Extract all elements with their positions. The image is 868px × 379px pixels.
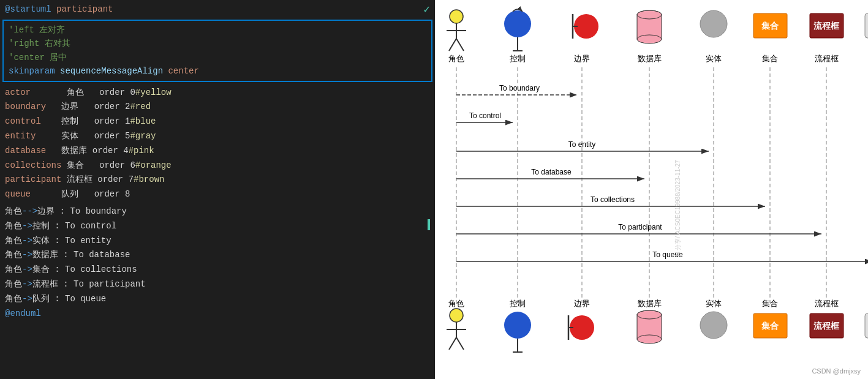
startuml-keyword: @startuml participant (5, 4, 113, 14)
control-top (504, 9, 531, 51)
svg-line-27 (449, 337, 456, 350)
svg-rect-20 (865, 13, 868, 38)
svg-line-4 (456, 39, 464, 51)
collections-bottom: 集合 (753, 313, 787, 338)
svg-line-28 (456, 337, 464, 350)
decl-entity: entity 实体 order 5 #gray (5, 129, 430, 144)
skinparam-line: skinparam sequenceMessageAlign center (9, 64, 426, 78)
decl-control: control 控制 order 1 #blue (5, 114, 430, 129)
database-label-bottom: 数据库 (638, 299, 662, 308)
svg-point-0 (450, 10, 463, 23)
svg-point-29 (504, 312, 531, 339)
msg-boundary: 角色 --> 边界 : To boundary (5, 205, 430, 219)
entity-label-bottom: 实体 (706, 299, 722, 308)
svg-point-37 (637, 335, 662, 343)
watermark: CSDN @dmjxsy (812, 367, 861, 375)
boundary-top (573, 14, 598, 39)
boundary-label-bottom: 边界 (574, 299, 590, 308)
control-label-top: 控制 (510, 54, 526, 63)
svg-text:流程框: 流程框 (813, 21, 840, 31)
msg-collections: 角色 -> 集合 : To collections (5, 263, 430, 277)
actor-top (447, 10, 466, 51)
comment-line-3: 'center 居中 (9, 51, 426, 64)
declarations-area: actor 角色 order 0 #yellow boundary 边界 ord… (0, 83, 435, 205)
svg-point-39 (700, 312, 727, 339)
svg-text:集合: 集合 (761, 21, 779, 31)
participant-label-bottom: 流程框 (815, 299, 839, 308)
label-entity: To entity (568, 140, 596, 149)
svg-line-3 (449, 39, 456, 51)
msg-entity: 角色 -> 实体 : To entity (5, 234, 430, 249)
decl-participant: participant 流程框 order 7 #brown (5, 173, 430, 187)
svg-point-5 (504, 10, 531, 37)
collections-top: 集合 (753, 13, 787, 38)
svg-point-38 (637, 310, 662, 319)
actor-bottom (447, 309, 466, 350)
check-icon: ✓ (423, 2, 430, 16)
comment-line-2: 'right 右对其 (9, 37, 426, 50)
svg-text:流程框: 流程框 (813, 321, 840, 331)
boundary-bottom (568, 315, 594, 340)
svg-text:集合: 集合 (761, 321, 779, 331)
msg-control: 角色 -> 控制 : To control (5, 219, 430, 234)
messages-area: 角色 --> 边界 : To boundary 角色 -> 控制 : To co… (0, 205, 435, 323)
sequence-diagram: 角色 控制 边界 数据库 实体 (435, 0, 868, 379)
participant-top: 流程框 (810, 13, 843, 38)
msg-queue: 角色 -> 队列 : To queue (5, 292, 430, 307)
boundary-label-top: 边界 (574, 54, 590, 63)
diagram-svg: 角色 控制 边界 数据库 实体 (435, 0, 868, 379)
participant-bottom: 流程框 (810, 313, 843, 338)
label-boundary: To boundary (499, 84, 540, 92)
editor-header: @startuml participant ✓ (0, 0, 435, 18)
msg-database: 角色 -> 数据库 : To database (5, 248, 430, 263)
label-participant: To participant (618, 223, 662, 231)
comment-line-1: 'left 左对齐 (9, 23, 426, 37)
collections-label-top: 集合 (762, 54, 778, 63)
queue-bottom: 队列 (865, 313, 868, 338)
entity-top (700, 10, 727, 37)
actor-label-top: 角色 (448, 54, 464, 63)
label-database: To database (531, 168, 572, 176)
svg-point-14 (637, 10, 662, 19)
decl-database: database 数据库 order 4 #pink (5, 144, 430, 159)
enduml-line: @enduml (5, 307, 430, 321)
queue-top: 队列 (865, 13, 868, 38)
collections-label-bottom: 集合 (762, 299, 778, 308)
decl-collections: collections 集合 order 6 #orange (5, 159, 430, 173)
skinparam-block: 'left 左对齐 'right 右对其 'center 居中 skinpara… (2, 20, 432, 82)
watermark2: N 分享/ ACS0EC19988/2023-11-27 (674, 160, 681, 257)
code-editor: @startuml participant ✓ 'left 左对齐 'right… (0, 0, 435, 379)
decl-queue: queue 队列 order 8 (5, 187, 430, 202)
label-collections: To collections (591, 195, 635, 204)
participant-label-top: 流程框 (815, 54, 839, 63)
database-label-top: 数据库 (638, 54, 662, 63)
svg-point-15 (700, 10, 727, 37)
svg-rect-44 (865, 313, 868, 338)
svg-point-24 (450, 309, 463, 322)
decl-actor: actor 角色 order 0 #yellow (5, 86, 430, 100)
label-control: To control (469, 111, 501, 120)
entity-label-top: 实体 (706, 54, 722, 63)
decl-boundary: boundary 边界 order 2 #red (5, 100, 430, 114)
database-bottom (637, 310, 662, 343)
database-top (637, 10, 662, 43)
msg-participant: 角色 -> 流程框 : To participant (5, 277, 430, 292)
entity-bottom (700, 312, 727, 339)
control-bottom (504, 312, 531, 352)
svg-point-13 (637, 35, 662, 43)
control-label-bottom: 控制 (510, 299, 526, 308)
actor-label-bottom: 角色 (448, 299, 464, 308)
